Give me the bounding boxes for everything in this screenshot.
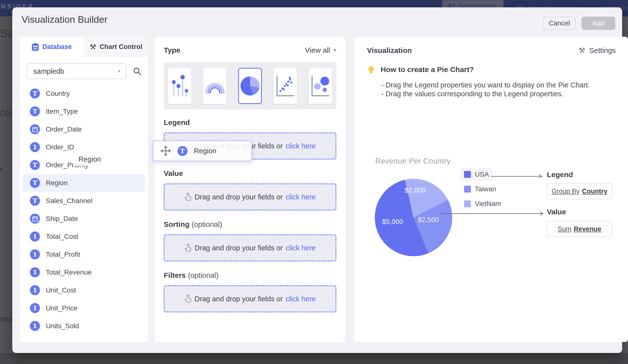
field-item-units_sold[interactable]: 1Units_Sold: [22, 317, 145, 335]
field-item-region[interactable]: TRegion: [22, 174, 145, 192]
legend-swatch: [464, 171, 471, 178]
add-button[interactable]: Add: [581, 17, 615, 30]
howto-line: - Drag the Legend properties you want to…: [381, 81, 590, 89]
field-item-unit_cost[interactable]: 1Unit_Cost: [22, 281, 145, 299]
field-label: Ship_Date: [46, 215, 78, 223]
field-type-date-icon: [30, 214, 40, 224]
field-type-text-icon: T: [30, 178, 40, 188]
field-type-number-icon: 1: [30, 303, 40, 313]
database-icon: [32, 43, 39, 51]
background-fragment: ota: [0, 107, 14, 119]
section-label-legend: Legend: [164, 118, 336, 127]
field-label: Order_Date: [46, 125, 82, 133]
field-label: Region: [46, 179, 68, 187]
dropzone-text: Drag and drop your fields or: [195, 193, 283, 201]
field-type-text-icon: T: [30, 88, 40, 99]
field-item-ship_date[interactable]: Ship_Date: [22, 210, 145, 228]
chart-type-arc[interactable]: [203, 68, 227, 104]
field-label: Total_Revenue: [46, 268, 92, 276]
dropzone-click-here[interactable]: click here: [286, 193, 316, 201]
dropzone-filters[interactable]: Drag and drop your fields or click here: [164, 285, 336, 312]
field-type-number-icon: 1: [30, 232, 40, 242]
legend-annotation: Legend: [547, 171, 573, 179]
field-label: Units_Sold: [46, 322, 79, 330]
view-all-button[interactable]: View all ▾: [305, 46, 336, 54]
left-tabs: Database ⚒ Chart Control: [20, 37, 148, 57]
dropzone-click-here[interactable]: click here: [286, 142, 316, 150]
search-icon[interactable]: [133, 67, 142, 76]
field-item-total_cost[interactable]: 1Total_Cost: [22, 228, 145, 245]
chevron-down-icon: ▾: [118, 68, 121, 74]
legend-swatch: [464, 186, 471, 192]
screen: NSIDER Dashboards Data Warehouse ▾ ⚙ Set…: [0, 0, 628, 364]
tools-icon: ⚒: [579, 46, 585, 55]
field-item-total_profit[interactable]: 1Total_Profit: [22, 245, 145, 263]
pie-example: Revenue Per Country $5,000 $2,500 $2,000…: [355, 149, 628, 321]
tap-hand-icon: [184, 244, 192, 252]
field-type-text-icon: T: [30, 160, 40, 170]
section-label-filters: Filters (optional): [164, 271, 336, 280]
field-type-text-icon: T: [177, 146, 187, 156]
legend-swatch: [464, 200, 471, 207]
dropzone-sorting[interactable]: Drag and drop your fields or click here: [164, 235, 336, 261]
field-label: Total_Cost: [46, 233, 78, 241]
pie-slice-label: $5,000: [382, 218, 403, 226]
field-label: Unit_Cost: [46, 286, 76, 294]
field-label: Country: [46, 90, 70, 98]
arrow-value: [441, 211, 546, 216]
arrow-legend: [491, 174, 545, 179]
settings-button[interactable]: ⚒ Settings: [579, 46, 616, 55]
field-item-total_revenue[interactable]: 1Total_Revenue: [22, 263, 145, 281]
tab-database[interactable]: Database: [20, 37, 84, 57]
field-type-date-icon: [30, 124, 40, 134]
field-item-country[interactable]: TCountry: [22, 84, 145, 102]
field-type-text-icon: T: [30, 106, 40, 116]
example-legend-item-vietnam: VietNam: [464, 200, 501, 208]
chart-type-lollipop[interactable]: [168, 68, 191, 104]
page-title: Visualization Builder: [22, 14, 108, 25]
visualization-panel: Visualization ⚒ Settings How to create a…: [355, 37, 628, 342]
dropzone-click-here[interactable]: click here: [286, 295, 316, 303]
field-type-number-icon: 1: [30, 285, 40, 295]
section-label-value: Value: [164, 169, 336, 178]
chart-config-panel: Type View all ▾ Legend Drag and drop you…: [155, 37, 345, 342]
howto-line: - Drag the values corresponding to the L…: [381, 89, 590, 98]
dropzone-text: Drag and drop your fields or: [195, 244, 283, 252]
database-select[interactable]: sampledb ▾: [27, 63, 127, 79]
sum-value-box[interactable]: Sum Revenue: [547, 221, 612, 237]
chevron-down-icon: ▾: [334, 47, 336, 53]
dropzone-text: Drag and drop your fields or: [195, 295, 283, 303]
cancel-button[interactable]: Cancel: [543, 17, 576, 30]
field-item-sales_channel[interactable]: TSales_Channel: [22, 192, 145, 210]
example-chart-title: Revenue Per Country: [375, 157, 451, 166]
field-item-unit_price[interactable]: 1Unit_Price: [22, 299, 145, 317]
group-by-box[interactable]: Group By Country: [547, 183, 612, 199]
field-type-number-icon: 1: [30, 267, 40, 277]
chart-type-scatter[interactable]: [274, 68, 297, 104]
tab-chart-control[interactable]: ⚒ Chart Control: [84, 37, 148, 57]
database-panel: Database ⚒ Chart Control sampledb ▾ TCou…: [20, 37, 148, 342]
drag-preview[interactable]: T Region: [153, 141, 252, 161]
pie-slice-label: $2,500: [418, 216, 439, 224]
type-section-label: Type: [164, 46, 180, 54]
legend-label: USA: [475, 171, 489, 178]
pie-slice-label: $2,000: [405, 187, 426, 194]
value-annotation: Value: [547, 208, 566, 216]
field-label: Order_ID: [46, 143, 74, 151]
chart-type-pie[interactable]: [238, 68, 262, 104]
background-fragment: •: [0, 165, 3, 174]
field-label: Item_Type: [46, 108, 78, 115]
lightbulb-icon: [367, 65, 375, 75]
field-type-text-icon: T: [30, 196, 40, 206]
field-list: TCountryTItem_TypeOrder_Date1Order_IDTOr…: [20, 81, 148, 335]
chart-type-bubble[interactable]: [309, 68, 332, 104]
field-label: Total_Profit: [46, 250, 80, 258]
field-item-order_date[interactable]: Order_Date: [22, 120, 145, 138]
example-legend-item-taiwan: Taiwan: [464, 185, 496, 193]
dropzone-value[interactable]: Drag and drop your fields or click here: [164, 183, 336, 210]
dropzone-click-here[interactable]: click here: [286, 244, 316, 252]
field-label: Sales_Channel: [46, 197, 92, 205]
example-legend-item-usa: USA: [460, 168, 493, 181]
field-type-number-icon: 1: [30, 249, 40, 259]
field-item-item_type[interactable]: TItem_Type: [22, 102, 145, 120]
